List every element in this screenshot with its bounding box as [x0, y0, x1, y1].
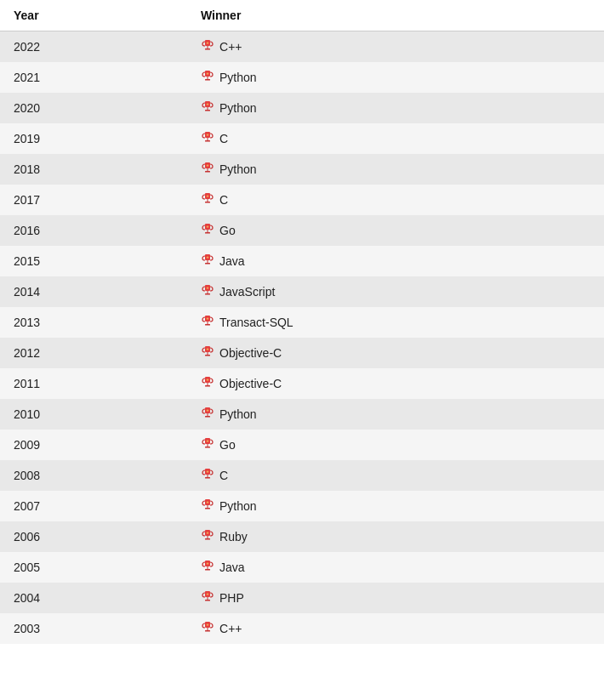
year-cell: 2003	[0, 613, 187, 644]
svg-rect-10	[205, 110, 210, 111]
winner-cell: C	[187, 460, 604, 491]
winner-cell: Transact-SQL	[187, 307, 604, 338]
winner-text: Objective-C	[219, 377, 282, 390]
winner-text: C++	[219, 622, 242, 635]
winner-cell: Python	[187, 93, 604, 123]
table-row: 2011 Objective-C	[0, 368, 604, 399]
table-row: 2019 C	[0, 123, 604, 154]
winner-text: Python	[219, 71, 257, 84]
year-cell: 2004	[0, 583, 187, 613]
winner-text: Python	[219, 407, 257, 421]
svg-rect-21	[208, 199, 208, 202]
winner-text: Transact-SQL	[219, 316, 293, 329]
winner-cell: JavaScript	[187, 276, 604, 307]
table-row: 2007 Python	[0, 491, 604, 521]
table-row: 2013 Transact-SQL	[0, 307, 604, 338]
winner-cell: Python	[187, 491, 604, 521]
winner-cell: Python	[187, 62, 604, 93]
svg-rect-73	[208, 597, 208, 600]
year-cell: 2016	[0, 215, 187, 246]
svg-rect-25	[208, 230, 208, 232]
year-cell: 2008	[0, 460, 187, 491]
winner-text: Objective-C	[219, 346, 282, 360]
table-row: 2015 Java	[0, 246, 604, 276]
table-row: 2009 Go	[0, 430, 604, 460]
year-cell: 2022	[0, 31, 187, 63]
winner-cell: C++	[187, 613, 604, 644]
svg-rect-30	[205, 263, 210, 265]
svg-rect-33	[208, 291, 208, 293]
year-cell: 2005	[0, 552, 187, 583]
svg-rect-29	[208, 260, 208, 263]
year-cell: 2019	[0, 123, 187, 154]
year-cell: 2015	[0, 246, 187, 276]
winner-cell: C++	[187, 31, 604, 63]
svg-rect-18	[205, 171, 210, 173]
winner-text: Go	[219, 224, 236, 237]
svg-rect-53	[208, 444, 208, 447]
table-row: 2022 C++	[0, 31, 604, 63]
svg-rect-14	[205, 140, 210, 142]
table-row: 2006 Ruby	[0, 521, 604, 552]
table-row: 2021 Python	[0, 62, 604, 93]
year-cell: 2017	[0, 185, 187, 215]
winner-text: C	[219, 469, 228, 482]
svg-rect-46	[205, 385, 210, 387]
svg-rect-5	[208, 77, 208, 79]
year-cell: 2020	[0, 93, 187, 123]
year-cell: 2013	[0, 307, 187, 338]
svg-rect-57	[208, 475, 208, 477]
year-cell: 2006	[0, 521, 187, 552]
year-cell: 2007	[0, 491, 187, 521]
table-row: 2003 C++	[0, 613, 604, 644]
svg-rect-70	[205, 569, 210, 571]
winner-text: Python	[219, 101, 257, 115]
year-cell: 2010	[0, 399, 187, 430]
table-row: 2016 Go	[0, 215, 604, 246]
winner-text: PHP	[219, 591, 244, 605]
winner-text: C	[219, 132, 228, 145]
svg-rect-17	[208, 168, 208, 171]
year-cell: 2009	[0, 430, 187, 460]
svg-rect-66	[205, 538, 210, 540]
winner-cell: Python	[187, 399, 604, 430]
table-row: 2018 Python	[0, 154, 604, 185]
svg-rect-13	[208, 138, 208, 140]
svg-rect-45	[208, 383, 208, 385]
svg-rect-61	[208, 505, 208, 508]
svg-rect-65	[208, 536, 208, 538]
year-cell: 2021	[0, 62, 187, 93]
table-row: 2014 JavaScript	[0, 276, 604, 307]
svg-rect-9	[208, 107, 208, 110]
winner-cell: Python	[187, 154, 604, 185]
svg-rect-58	[205, 477, 210, 479]
year-cell: 2014	[0, 276, 187, 307]
svg-rect-77	[208, 628, 208, 630]
svg-rect-62	[205, 508, 210, 509]
svg-rect-37	[208, 322, 208, 324]
svg-rect-22	[205, 202, 210, 203]
svg-rect-41	[208, 352, 208, 355]
winner-text: Java	[219, 254, 245, 268]
svg-rect-54	[205, 447, 210, 448]
table-row: 2020 Python	[0, 93, 604, 123]
svg-rect-74	[205, 600, 210, 601]
svg-rect-38	[205, 324, 210, 326]
year-cell: 2018	[0, 154, 187, 185]
year-column-header: Year	[0, 0, 187, 31]
winner-cell: Java	[187, 552, 604, 583]
winner-text: Java	[219, 561, 245, 574]
table-row: 2010 Python	[0, 399, 604, 430]
winner-text: Go	[219, 438, 236, 452]
table-row: 2004 PHP	[0, 583, 604, 613]
svg-rect-1	[208, 46, 208, 48]
winner-cell: Objective-C	[187, 368, 604, 399]
svg-rect-49	[208, 413, 208, 416]
table-row: 2017 C	[0, 185, 604, 215]
winner-cell: Java	[187, 246, 604, 276]
winner-cell: PHP	[187, 583, 604, 613]
winner-cell: Go	[187, 215, 604, 246]
table-header-row: Year Winner	[0, 0, 604, 31]
winner-text: Python	[219, 499, 257, 513]
winner-text: JavaScript	[219, 285, 275, 299]
